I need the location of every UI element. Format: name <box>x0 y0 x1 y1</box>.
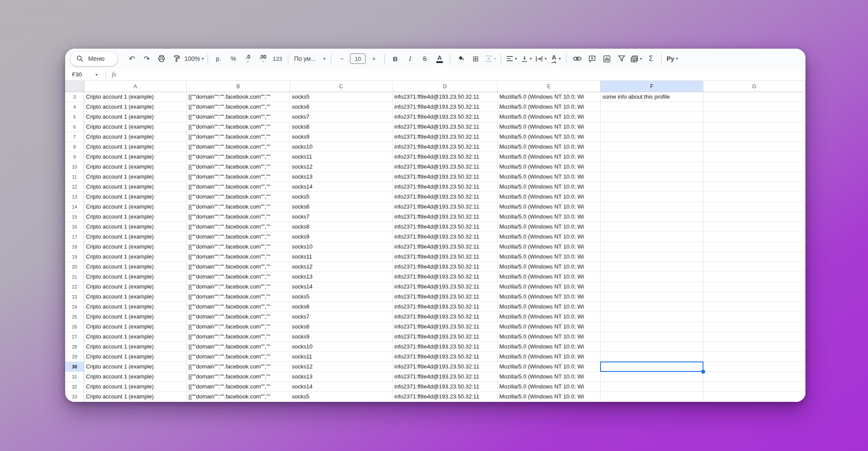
cell-D21[interactable]: info2371:ff8e4d@193.23.50.32:11 <box>393 272 498 282</box>
cell-C10[interactable]: socks12 <box>290 162 393 172</box>
cell-C32[interactable]: socks14 <box>290 382 393 392</box>
cell-C27[interactable]: socks9 <box>290 332 393 342</box>
cell-E22[interactable]: Mozilla/5.0 (Windows NT 10.0; Wi <box>498 282 601 292</box>
cell-B10[interactable]: [{""domain"":"".facebook.com"","" <box>187 162 290 172</box>
cell-G18[interactable] <box>703 242 805 252</box>
font-size-input[interactable]: 10 <box>350 53 366 64</box>
cell-B32[interactable]: [{""domain"":"".facebook.com"","" <box>187 382 290 392</box>
cell-A16[interactable]: Cripto account 1 (example) <box>84 222 187 232</box>
cell-C6[interactable]: socks8 <box>290 122 393 132</box>
cell-B13[interactable]: [{""domain"":"".facebook.com"","" <box>187 192 290 202</box>
cell-G24[interactable] <box>703 302 805 312</box>
row-header-33[interactable]: 33 <box>65 392 84 402</box>
cell-A32[interactable]: Cripto account 1 (example) <box>84 382 187 392</box>
name-box[interactable]: F30 <box>65 71 96 78</box>
row-header-14[interactable]: 14 <box>65 202 84 212</box>
cell-C8[interactable]: socks10 <box>290 142 393 152</box>
cell-D32[interactable]: info2371:ff8e4d@193.23.50.32:11 <box>393 382 498 392</box>
cell-E6[interactable]: Mozilla/5.0 (Windows NT 10.0; Wi <box>498 122 601 132</box>
row-header-9[interactable]: 9 <box>65 152 84 162</box>
cell-B11[interactable]: [{""domain"":"".facebook.com"","" <box>187 172 290 182</box>
cell-E5[interactable]: Mozilla/5.0 (Windows NT 10.0; Wi <box>498 112 601 122</box>
cell-B18[interactable]: [{""domain"":"".facebook.com"","" <box>187 242 290 252</box>
undo-button[interactable]: ↶ <box>125 52 139 66</box>
cell-B19[interactable]: [{""domain"":"".facebook.com"","" <box>187 252 290 262</box>
cell-D9[interactable]: info2371:ff8e4d@193.23.50.32:11 <box>393 152 498 162</box>
cell-B4[interactable]: [{""domain"":"".facebook.com"","" <box>187 102 290 112</box>
row-header-23[interactable]: 23 <box>65 292 84 302</box>
cell-E16[interactable]: Mozilla/5.0 (Windows NT 10.0; Wi <box>498 222 601 232</box>
cell-G5[interactable] <box>703 112 805 122</box>
cell-B14[interactable]: [{""domain"":"".facebook.com"","" <box>187 202 290 212</box>
row-header-11[interactable]: 11 <box>65 172 84 182</box>
cell-D7[interactable]: info2371:ff8e4d@193.23.50.32:11 <box>393 132 498 142</box>
borders-button[interactable]: ⊞ <box>468 52 483 66</box>
row-header-4[interactable]: 4 <box>65 102 84 112</box>
text-wrap-button[interactable]: ▾ <box>534 52 548 66</box>
cell-D12[interactable]: info2371:ff8e4d@193.23.50.32:11 <box>393 182 498 192</box>
cell-F30[interactable] <box>601 362 703 372</box>
cell-C15[interactable]: socks7 <box>290 212 393 222</box>
cell-A21[interactable]: Cripto account 1 (example) <box>84 272 187 282</box>
cell-A28[interactable]: Cripto account 1 (example) <box>84 342 187 352</box>
font-select[interactable]: По ум... ▾ <box>291 52 328 66</box>
cell-D11[interactable]: info2371:ff8e4d@193.23.50.32:11 <box>393 172 498 182</box>
row-header-30[interactable]: 30 <box>65 362 84 372</box>
cell-B33[interactable]: [{""domain"":"".facebook.com"","" <box>187 392 290 402</box>
redo-button[interactable]: ↷ <box>139 52 154 66</box>
cell-B12[interactable]: [{""domain"":"".facebook.com"","" <box>187 182 290 192</box>
cell-D18[interactable]: info2371:ff8e4d@193.23.50.32:11 <box>393 242 498 252</box>
cell-E23[interactable]: Mozilla/5.0 (Windows NT 10.0; Wi <box>498 292 601 302</box>
cell-E31[interactable]: Mozilla/5.0 (Windows NT 10.0; Wi <box>498 372 601 382</box>
row-header-28[interactable]: 28 <box>65 342 84 352</box>
cell-F15[interactable] <box>601 212 703 222</box>
cell-F8[interactable] <box>601 142 703 152</box>
cell-G4[interactable] <box>703 102 805 112</box>
insert-comment-button[interactable] <box>584 52 599 66</box>
cell-F33[interactable] <box>601 392 703 402</box>
cell-A12[interactable]: Cripto account 1 (example) <box>84 182 187 192</box>
cell-A23[interactable]: Cripto account 1 (example) <box>84 292 187 302</box>
column-header-D[interactable]: D <box>393 81 498 92</box>
cell-C29[interactable]: socks11 <box>290 352 393 362</box>
cell-D23[interactable]: info2371:ff8e4d@193.23.50.32:11 <box>393 292 498 302</box>
cell-E3[interactable]: Mozilla/5.0 (Windows NT 10.0; Wi <box>498 92 601 102</box>
cell-G30[interactable] <box>703 362 805 372</box>
cell-G7[interactable] <box>703 132 805 142</box>
cell-A29[interactable]: Cripto account 1 (example) <box>84 352 187 362</box>
cell-D8[interactable]: info2371:ff8e4d@193.23.50.32:11 <box>393 142 498 152</box>
cell-G27[interactable] <box>703 332 805 342</box>
row-header-8[interactable]: 8 <box>65 142 84 152</box>
cell-G8[interactable] <box>703 142 805 152</box>
cell-D29[interactable]: info2371:ff8e4d@193.23.50.32:11 <box>393 352 498 362</box>
cell-E12[interactable]: Mozilla/5.0 (Windows NT 10.0; Wi <box>498 182 601 192</box>
cell-C26[interactable]: socks8 <box>290 322 393 332</box>
row-header-3[interactable]: 3 <box>65 92 84 102</box>
cell-A31[interactable]: Cripto account 1 (example) <box>84 372 187 382</box>
row-header-26[interactable]: 26 <box>65 322 84 332</box>
cell-C22[interactable]: socks14 <box>290 282 393 292</box>
cell-A20[interactable]: Cripto account 1 (example) <box>84 262 187 272</box>
cell-G25[interactable] <box>703 312 805 322</box>
cell-B27[interactable]: [{""domain"":"".facebook.com"","" <box>187 332 290 342</box>
percent-format-button[interactable]: % <box>226 52 241 66</box>
cell-A3[interactable]: Cripto account 1 (example) <box>84 92 187 102</box>
increase-decimal-button[interactable]: .00 → <box>255 52 270 66</box>
row-header-16[interactable]: 16 <box>65 222 84 232</box>
cell-A6[interactable]: Cripto account 1 (example) <box>84 122 187 132</box>
vertical-align-button[interactable]: ▾ <box>519 52 534 66</box>
cell-F28[interactable] <box>601 342 703 352</box>
cell-E14[interactable]: Mozilla/5.0 (Windows NT 10.0; Wi <box>498 202 601 212</box>
cell-F16[interactable] <box>601 222 703 232</box>
cell-A17[interactable]: Cripto account 1 (example) <box>84 232 187 242</box>
cell-D22[interactable]: info2371:ff8e4d@193.23.50.32:11 <box>393 282 498 292</box>
cell-D6[interactable]: info2371:ff8e4d@193.23.50.32:11 <box>393 122 498 132</box>
print-button[interactable] <box>154 52 169 66</box>
cell-G32[interactable] <box>703 382 805 392</box>
cell-C21[interactable]: socks13 <box>290 272 393 282</box>
cell-E30[interactable]: Mozilla/5.0 (Windows NT 10.0; Wi <box>498 362 601 372</box>
cell-F10[interactable] <box>601 162 703 172</box>
row-header-15[interactable]: 15 <box>65 212 84 222</box>
row-header-13[interactable]: 13 <box>65 192 84 202</box>
cell-A24[interactable]: Cripto account 1 (example) <box>84 302 187 312</box>
